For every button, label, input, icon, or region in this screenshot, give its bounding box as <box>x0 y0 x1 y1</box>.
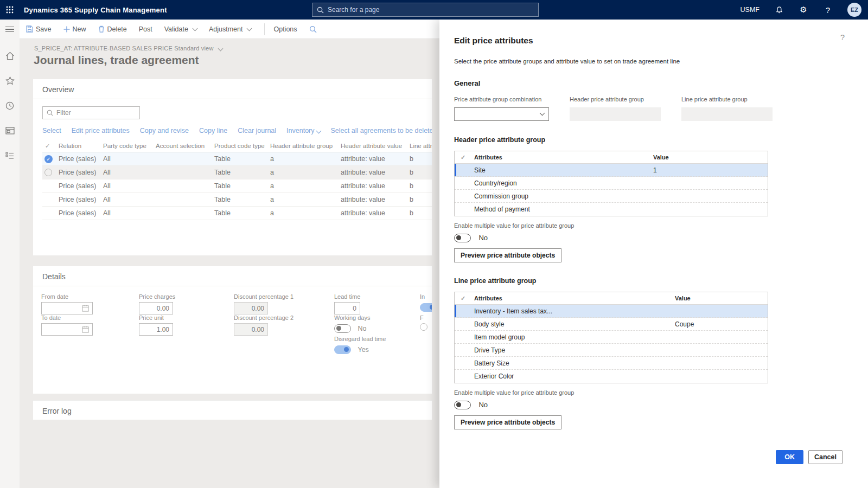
preview-price-attribute-objects-button[interactable]: Preview price attribute objects <box>454 415 561 429</box>
disregard-lead-time-field: Disregard lead time Yes <box>334 336 386 354</box>
chevron-down-icon <box>316 129 321 134</box>
lead-time-input[interactable] <box>338 305 356 312</box>
settings-gear-icon[interactable]: ⚙ <box>799 5 808 15</box>
check-column-icon: ✓ <box>461 154 474 161</box>
line-price-attribute-group-input[interactable] <box>681 107 773 121</box>
lead-time-field: Lead time <box>334 293 360 314</box>
price-unit-input[interactable] <box>143 326 169 333</box>
grid-filter-box[interactable] <box>42 106 140 119</box>
copy-line-link[interactable]: Copy line <box>199 127 227 134</box>
line-price-attribute-group-field: Line price attribute group <box>681 96 773 121</box>
truncated-toggle-fragment[interactable] <box>420 303 432 312</box>
header-price-attribute-group-input[interactable] <box>570 107 661 121</box>
attribute-row[interactable]: Exterior Color <box>455 370 768 383</box>
attribute-row[interactable]: Commission group <box>455 190 768 203</box>
discount-percentage-1-input[interactable] <box>238 305 264 312</box>
action-search-icon[interactable] <box>309 25 317 33</box>
select-all-check-icon[interactable]: ✓ <box>45 143 59 150</box>
attribute-row[interactable]: Item model group <box>455 331 768 344</box>
overview-section: Overview Select Edit price attributes Co… <box>33 79 432 256</box>
edit-price-attributes-link[interactable]: Edit price attributes <box>72 127 130 134</box>
attribute-row[interactable]: Body style Coupe <box>455 318 768 331</box>
enable-multiple-value-label: Enable multiple value for price attribut… <box>454 222 868 229</box>
page-search-box[interactable] <box>312 3 539 17</box>
attribute-row[interactable]: Drive Type <box>455 344 768 357</box>
details-section-header[interactable]: Details <box>33 266 432 286</box>
from-date-input[interactable] <box>41 302 93 314</box>
filter-input[interactable] <box>56 109 136 117</box>
help-icon[interactable]: ? <box>823 5 833 15</box>
disregard-lead-time-toggle[interactable] <box>334 345 351 354</box>
header-group-title: Header price attribute group <box>454 136 868 144</box>
save-button[interactable]: Save <box>26 25 52 33</box>
search-input[interactable] <box>328 6 534 14</box>
inventory-menu-link[interactable]: Inventory <box>286 127 320 134</box>
table-row[interactable]: ✓ Price (sales) All Table a attribute: v… <box>42 152 432 166</box>
ok-button[interactable]: OK <box>776 450 803 464</box>
truncated-field-fragment: F <box>420 314 432 333</box>
general-section-title: General <box>454 79 868 87</box>
user-avatar[interactable]: EZ <box>847 3 861 17</box>
home-icon[interactable] <box>0 47 20 65</box>
nav-expand-hamburger-icon[interactable] <box>0 20 20 39</box>
to-date-input[interactable] <box>41 323 93 336</box>
clear-journal-link[interactable]: Clear journal <box>238 127 276 134</box>
disregard-lead-time-toggle-label: Yes <box>358 346 368 354</box>
price-charges-input[interactable] <box>143 305 169 312</box>
delete-button[interactable]: Delete <box>98 25 127 33</box>
post-button[interactable]: Post <box>139 25 152 33</box>
toggle-knob <box>456 402 461 407</box>
enable-multiple-value-row: No <box>454 400 868 409</box>
table-row[interactable]: Price (sales) All Table a attribute: val… <box>42 193 432 207</box>
validate-menu-button[interactable]: Validate <box>164 25 197 33</box>
line-group-title: Line price attribute group <box>454 277 868 285</box>
adjustment-menu-button[interactable]: Adjustment <box>209 25 252 33</box>
discount-percentage-2-input[interactable] <box>238 326 264 333</box>
attribute-row[interactable]: Method of payment <box>455 203 768 216</box>
options-button[interactable]: Options <box>273 25 297 33</box>
working-days-toggle[interactable] <box>334 324 351 333</box>
company-selector[interactable]: USMF <box>741 6 760 14</box>
error-log-section-header[interactable]: Error log <box>33 401 432 420</box>
table-row[interactable]: Price (sales) All Table a attribute: val… <box>42 207 432 220</box>
preview-price-attribute-objects-button[interactable]: Preview price attribute objects <box>454 248 561 262</box>
enable-multiple-value-toggle-label: No <box>478 234 488 242</box>
row-unselected-circle-icon[interactable] <box>44 169 52 176</box>
left-navigation-rail <box>0 39 20 488</box>
recent-clock-icon[interactable] <box>0 97 20 115</box>
enable-multiple-value-label: Enable multiple value for price attribut… <box>454 389 868 396</box>
overview-section-header[interactable]: Overview <box>33 79 432 99</box>
app-title[interactable]: Dynamics 365 Supply Chain Management <box>24 6 167 14</box>
working-days-field: Working days No <box>334 314 370 333</box>
toggle-knob <box>344 347 349 352</box>
toggle-knob <box>456 235 461 240</box>
price-attribute-group-combination-combobox[interactable] <box>454 107 549 121</box>
filter-search-icon <box>47 110 53 116</box>
table-row[interactable]: Price (sales) All Table a attribute: val… <box>42 179 432 193</box>
select-link[interactable]: Select <box>42 127 61 134</box>
row-selected-check-icon[interactable]: ✓ <box>44 155 53 163</box>
copy-and-revise-link[interactable]: Copy and revise <box>140 127 189 134</box>
workspaces-form-icon[interactable] <box>0 121 20 140</box>
notifications-bell-icon[interactable] <box>774 5 784 15</box>
breadcrumb[interactable]: S_PRICE_AT: ATTRIBUTE-BASED SALES PRICE … <box>34 45 222 52</box>
error-log-section: Error log <box>33 400 432 420</box>
attribute-row[interactable]: Battery Size <box>455 357 768 370</box>
top-navigation-bar: Dynamics 365 Supply Chain Management USM… <box>0 0 868 20</box>
attribute-row[interactable]: Inventory - Item sales tax... <box>455 305 768 318</box>
attribute-row[interactable]: Site 1 <box>455 164 768 177</box>
cancel-button[interactable]: Cancel <box>808 450 843 464</box>
new-button[interactable]: New <box>63 25 86 33</box>
table-row[interactable]: Price (sales) All Table a attribute: val… <box>42 166 432 179</box>
panel-footer: OK Cancel <box>776 450 843 464</box>
attribute-row[interactable]: Country/region <box>455 177 768 190</box>
favorites-star-icon[interactable] <box>0 72 20 90</box>
app-launcher-waffle-icon[interactable] <box>0 0 20 20</box>
check-column-icon: ✓ <box>461 295 474 302</box>
enable-multiple-value-toggle[interactable] <box>454 401 471 409</box>
panel-help-icon[interactable]: ? <box>840 33 845 42</box>
enable-multiple-value-toggle[interactable] <box>454 234 471 242</box>
modules-list-icon[interactable] <box>0 146 20 165</box>
grid-toolbar: Select Edit price attributes Copy and re… <box>42 127 432 134</box>
select-all-agreements-link[interactable]: Select all agreements to be deleted <box>331 127 433 134</box>
